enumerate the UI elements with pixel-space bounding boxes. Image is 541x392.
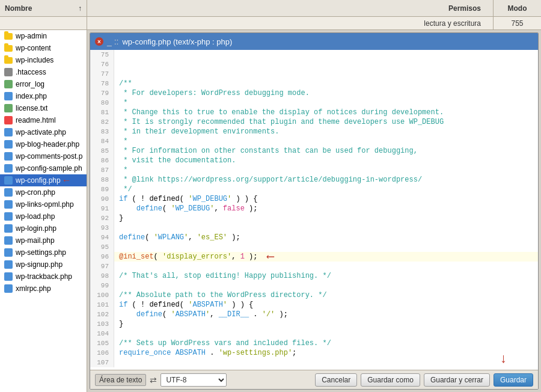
sidebar-item-label-wp-trackback.php: wp-trackback.php — [16, 272, 72, 281]
sidebar-item-label-wp-admin: wp-admin — [16, 32, 47, 40]
sidebar-item-wp-config.php[interactable]: wp-config.php← — [0, 174, 87, 186]
line-number: 94 — [90, 233, 114, 242]
sidebar-item-label-license.txt: license.txt — [16, 104, 47, 112]
editor-close-button[interactable]: × — [95, 37, 103, 46]
encoding-select[interactable]: UTF-8 ISO-8859-1 Windows-1252 — [160, 373, 227, 387]
sidebar-item-wp-signup.php[interactable]: wp-signup.php — [0, 259, 87, 271]
line-content — [114, 242, 538, 252]
save-button[interactable]: Guardar — [494, 373, 533, 387]
php-icon — [4, 224, 13, 233]
line-content: * For information on other constants tha… — [114, 146, 538, 156]
sidebar-item-index.php[interactable]: index.php — [0, 90, 87, 102]
save-close-button[interactable]: Guardar y cerrar — [424, 373, 490, 387]
line-number: 102 — [90, 310, 114, 319]
line-number: 81 — [90, 108, 114, 117]
sidebar-item-wp-trackback.php[interactable]: wp-trackback.php — [0, 271, 87, 283]
line-content: /** Absolute path to the WordPress direc… — [114, 290, 538, 300]
code-line-106: 106require_once ABSPATH . 'wp-settings.p… — [90, 348, 538, 358]
sidebar-item-wp-settings.php[interactable]: wp-settings.php — [0, 247, 87, 259]
editor-titlebar: × _ :: wp-config.php (text/x-php : php) — [90, 33, 538, 50]
line-content: /** Sets up WordPress vars and included … — [114, 338, 538, 348]
sidebar-item-label-wp-blog-header.php: wp-blog-header.php — [16, 140, 79, 149]
sidebar-item-htaccess[interactable]: .htaccess — [0, 66, 87, 78]
sidebar-item-wp-cron.php[interactable]: wp-cron.php — [0, 186, 87, 198]
code-line-75: 75 — [90, 50, 538, 60]
sidebar-item-label-htaccess: .htaccess — [16, 68, 46, 76]
line-number: 90 — [90, 194, 114, 204]
sidebar-item-wp-includes[interactable]: wp-includes — [0, 54, 87, 66]
line-number: 98 — [90, 271, 114, 281]
line-number: 86 — [90, 156, 114, 165]
php-icon — [4, 92, 13, 100]
line-content — [114, 281, 538, 290]
sidebar-item-wp-comments-post.php[interactable]: wp-comments-post.p — [0, 150, 87, 162]
encoding-icon[interactable]: ⇄ — [150, 375, 157, 385]
sidebar-item-wp-content[interactable]: wp-content — [0, 42, 87, 54]
php-icon — [4, 272, 13, 281]
sidebar-item-label-wp-load.php: wp-load.php — [16, 212, 55, 221]
sidebar: wp-adminwp-contentwp-includes.htaccesser… — [0, 30, 87, 392]
sidebar-item-license.txt[interactable]: license.txt — [0, 102, 87, 114]
code-line-90: 90if ( ! defined( 'WP_DEBUG' ) ) { — [90, 194, 538, 204]
sidebar-item-wp-login.php[interactable]: wp-login.php — [0, 222, 87, 234]
line-content: * in their development environments. — [114, 127, 538, 136]
sidebar-item-label-readme.html: readme.html — [16, 116, 56, 124]
line-number: 79 — [90, 88, 114, 98]
sidebar-item-wp-load.php[interactable]: wp-load.php — [0, 210, 87, 222]
php-icon — [4, 128, 13, 136]
code-line-100: 100/** Absolute path to the WordPress di… — [90, 290, 538, 300]
line-content — [114, 262, 538, 271]
line-content: * — [114, 165, 538, 175]
line-content: * visit the documentation. — [114, 156, 538, 165]
php-icon — [4, 284, 13, 293]
line-number: 92 — [90, 213, 114, 223]
sidebar-item-label-xmlrpc.php: xmlrpc.php — [16, 284, 51, 293]
line-number: 103 — [90, 319, 114, 329]
line-content: * It is strongly recommended that plugin… — [114, 117, 538, 127]
sidebar-item-wp-admin[interactable]: wp-admin — [0, 30, 87, 42]
line-content — [114, 329, 538, 338]
sort-icon[interactable]: ↑ — [78, 4, 82, 13]
line-content: define( 'WP_DEBUG', false ); — [114, 204, 538, 213]
sidebar-item-wp-activate.php[interactable]: wp-activate.php — [0, 126, 87, 138]
modo-value: 755 — [493, 17, 541, 29]
code-line-105: 105/** Sets up WordPress vars and includ… — [90, 338, 538, 348]
line-number: 107 — [90, 358, 114, 367]
line-number: 97 — [90, 262, 114, 271]
sidebar-item-xmlrpc.php[interactable]: xmlrpc.php — [0, 283, 87, 295]
code-line-96: 96@ini_set( 'display_errors', 1 );⟵ — [90, 252, 538, 262]
line-content: @ini_set( 'display_errors', 1 );⟵ — [114, 252, 538, 262]
line-number: 87 — [90, 165, 114, 175]
php-icon — [4, 200, 13, 209]
php-icon — [4, 236, 13, 245]
editor-code-area[interactable]: 75767778/**79 * For developers: WordPres… — [90, 50, 538, 370]
line-content: * For developers: WordPress debugging mo… — [114, 88, 538, 98]
code-line-84: 84 * — [90, 136, 538, 146]
save-as-button[interactable]: Guardar como — [361, 373, 420, 387]
sidebar-item-wp-mail.php[interactable]: wp-mail.php — [0, 234, 87, 247]
line-content — [114, 358, 538, 367]
column-modo: Modo — [493, 0, 541, 16]
sidebar-item-readme.html[interactable]: readme.html — [0, 114, 87, 126]
php-icon — [4, 248, 13, 257]
php-icon — [4, 188, 13, 197]
php-icon — [4, 260, 13, 269]
line-content: * — [114, 136, 538, 146]
line-content — [114, 50, 538, 60]
folder-icon — [4, 32, 13, 40]
sidebar-item-label-wp-activate.php: wp-activate.php — [16, 128, 66, 136]
sidebar-item-error_log[interactable]: error_log — [0, 78, 87, 90]
code-line-107: 107 — [90, 358, 538, 367]
editor-bottombar: Área de texto ⇄ UTF-8 ISO-8859-1 Windows… — [90, 370, 538, 389]
sidebar-item-wp-blog-header.php[interactable]: wp-blog-header.php — [0, 138, 87, 150]
code-line-97: 97 — [90, 262, 538, 271]
cancel-button[interactable]: Cancelar — [315, 373, 357, 387]
sidebar-item-wp-config-sample.php[interactable]: wp-config-sample.ph — [0, 162, 87, 174]
line-number: 83 — [90, 127, 114, 136]
code-line-85: 85 * For information on other constants … — [90, 146, 538, 156]
code-line-99: 99 — [90, 281, 538, 290]
code-line-87: 87 * — [90, 165, 538, 175]
sidebar-item-wp-links-opml.php[interactable]: wp-links-opml.php — [0, 198, 87, 210]
php-icon — [4, 140, 13, 149]
code-line-92: 92} — [90, 213, 538, 223]
